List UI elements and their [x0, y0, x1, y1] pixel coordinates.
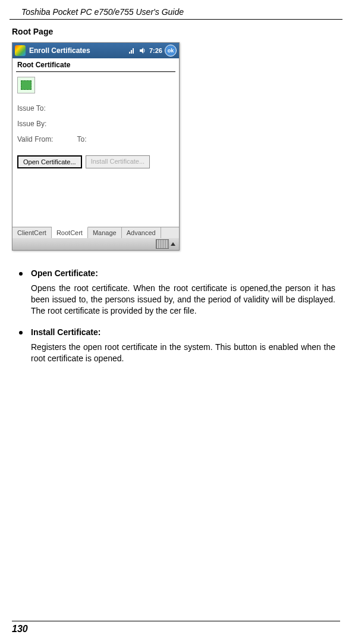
issue-by-row: Issue By: [17, 120, 174, 128]
to-label: To: [77, 135, 86, 143]
svg-rect-1 [131, 50, 132, 54]
bottom-bar [12, 238, 179, 250]
bullet-desc: Registers the open root certificate in t… [31, 342, 335, 364]
titlebar-title: Enroll Certificates [29, 46, 128, 55]
buttons-row: Open Certificate... Install Certificate.… [17, 155, 174, 168]
page-header: Toshiba Pocket PC e750/e755 User's Guide [10, 0, 342, 20]
pocketpc-screenshot: Enroll Certificates 7:26 ok Root Certifi… [12, 42, 180, 251]
tab-clientcert[interactable]: ClientCert [12, 227, 52, 238]
windows-logo-icon [15, 45, 26, 56]
content-area: Issue To: Issue By: Valid From: To: Open… [12, 72, 179, 227]
tab-row: ClientCert RootCert Manage Advanced [12, 227, 179, 238]
valid-from-row: Valid From: To: [17, 135, 174, 143]
status-icons: 7:26 [128, 46, 162, 55]
bullet-dot-icon [19, 331, 23, 334]
signal-icon [128, 46, 136, 55]
issue-to-label: Issue To: [17, 104, 46, 112]
tab-manage[interactable]: Manage [88, 227, 122, 238]
bullet-desc: Opens the root certificate. When the roo… [31, 283, 335, 317]
arrow-up-icon[interactable] [171, 242, 175, 246]
svg-marker-3 [140, 48, 143, 54]
bullet-item-open-cert: Open Certificate: [17, 268, 335, 278]
open-certificate-button[interactable]: Open Certificate... [17, 155, 82, 168]
svg-rect-0 [129, 52, 130, 54]
tab-advanced[interactable]: Advanced [122, 227, 161, 238]
bullet-title: Install Certificate: [31, 327, 100, 337]
keyboard-icon[interactable] [156, 239, 169, 249]
bullet-item-install-cert: Install Certificate: [17, 327, 335, 337]
svg-rect-2 [133, 48, 134, 54]
tab-rootcert[interactable]: RootCert [52, 227, 88, 238]
certificate-icon [17, 77, 35, 93]
titlebar: Enroll Certificates 7:26 ok [12, 43, 179, 58]
page-number: 130 [12, 621, 340, 634]
install-certificate-button: Install Certificate... [86, 155, 150, 168]
body-text: Open Certificate: Opens the root certifi… [17, 268, 335, 364]
issue-by-label: Issue By: [17, 120, 46, 128]
titlebar-time: 7:26 [149, 47, 162, 54]
valid-from-label: Valid From: [17, 135, 53, 143]
speaker-icon [139, 46, 147, 55]
bullet-title: Open Certificate: [31, 268, 98, 278]
section-title: Root Page [12, 27, 352, 36]
ok-button[interactable]: ok [165, 45, 177, 57]
bullet-dot-icon [19, 272, 23, 276]
issue-to-row: Issue To: [17, 104, 174, 112]
page-title: Root Certificate [12, 58, 179, 71]
